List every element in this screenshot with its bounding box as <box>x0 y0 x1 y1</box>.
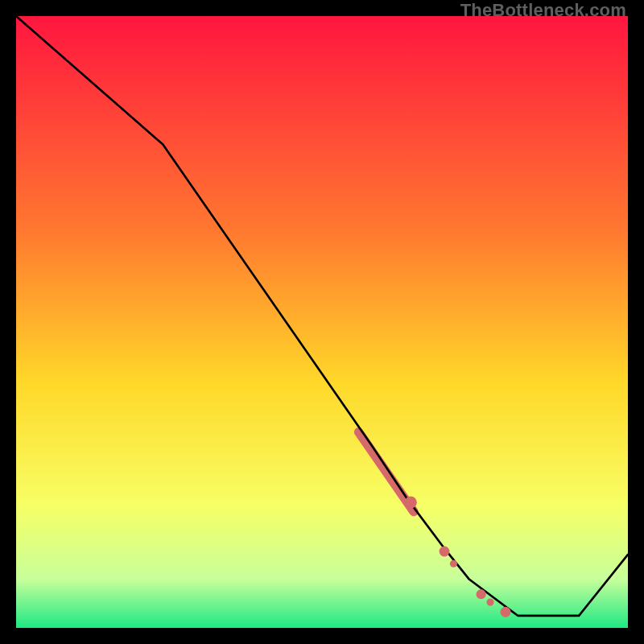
chart-svg <box>16 16 628 628</box>
marker-dot <box>477 589 486 599</box>
marker-dot <box>405 497 417 509</box>
plot-area <box>16 16 628 628</box>
chart-frame: TheBottleneck.com <box>0 0 644 644</box>
marker-dot <box>450 560 457 568</box>
marker-dot <box>501 607 511 617</box>
marker-dot <box>440 547 450 557</box>
gradient-background <box>16 16 628 628</box>
marker-dot <box>486 599 493 606</box>
